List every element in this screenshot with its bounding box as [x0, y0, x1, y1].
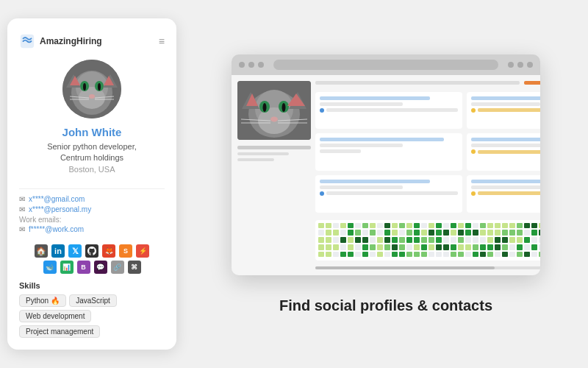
github-heatmap [315, 220, 540, 261]
heatmap-cell [487, 252, 493, 258]
heatmap-cell [451, 230, 456, 236]
heatmap-cell [509, 252, 515, 258]
heatmap-col [429, 223, 434, 258]
heatmap-cell [495, 223, 501, 229]
heatmap-col [502, 223, 508, 258]
browser-content [232, 75, 540, 275]
content-card-2 [467, 92, 540, 130]
svg-point-9 [89, 94, 95, 99]
heatmap-cell [333, 237, 339, 243]
gitlab-icon[interactable]: 🦊 [102, 244, 115, 258]
heatmap-cell [502, 230, 508, 236]
power-icon[interactable]: ⚡ [136, 244, 149, 258]
heatmap-cell [531, 223, 537, 229]
content-card-5 [315, 175, 462, 213]
heatmap-cell [495, 237, 501, 243]
heatmap-cell [362, 252, 368, 258]
heatmap-cell [406, 252, 412, 258]
linkedin-icon[interactable]: in [51, 244, 65, 258]
heatmap-cell [531, 237, 537, 243]
link-icon[interactable]: 🔗 [111, 261, 124, 274]
heatmap-cell [406, 230, 412, 236]
scrollbar-thumb [315, 266, 495, 269]
docker-icon[interactable]: 🐋 [43, 261, 57, 274]
heatmap-cell [421, 230, 427, 236]
stackoverflow-icon[interactable]: S [119, 244, 132, 258]
profile-card: AmazingHiring ≡ [7, 18, 176, 350]
heatmap-cell [465, 252, 471, 258]
heatmap-col [348, 223, 354, 258]
divider [19, 188, 165, 189]
heatmap-cell [524, 230, 530, 236]
heatmap-cell [370, 230, 376, 236]
heatmap-col [370, 223, 376, 258]
heatmap-col [326, 223, 331, 258]
heatmap-cell [333, 230, 339, 236]
cmd-icon[interactable]: ⌘ [128, 261, 141, 274]
heatmap-col [451, 223, 456, 258]
heatmap-cell [473, 237, 478, 243]
social-icons-row-2: 🐋 📊 B 💬 🔗 ⌘ [19, 261, 165, 274]
content-card-6 [467, 175, 540, 213]
profile-name: John White [62, 126, 122, 138]
heatmap-col [421, 223, 427, 258]
heatmap-cell [348, 230, 354, 236]
line-16 [471, 180, 540, 183]
profile-bar-1 [237, 146, 311, 149]
hamburger-icon[interactable]: ≡ [159, 35, 165, 47]
email-link-2[interactable]: x****@personal.my [29, 205, 91, 213]
behance-icon[interactable]: B [77, 261, 90, 274]
email-link-1[interactable]: x****@gmail.com [29, 195, 85, 203]
app-name: AmazingHiring [40, 36, 102, 46]
heatmap-col [392, 223, 398, 258]
heatmap-cell [392, 230, 398, 236]
content-grid [315, 92, 540, 213]
heatmap-col [362, 223, 368, 258]
heatmap-cell [465, 244, 471, 250]
heatmap-cell [406, 237, 412, 243]
twitter-icon[interactable]: 𝕏 [68, 244, 82, 258]
heatmap-cell [429, 252, 434, 258]
heatmap-cell [362, 230, 368, 236]
heatmap-cell [326, 252, 331, 258]
line-5 [471, 102, 540, 106]
heatmap-cell [421, 252, 427, 258]
heatmap-cell [384, 230, 390, 236]
line-6 [478, 108, 540, 112]
browser-chrome [232, 54, 540, 75]
email-link-work[interactable]: f*****@work.com [29, 225, 84, 233]
dot-5 [471, 191, 476, 196]
slack-icon[interactable]: 💬 [94, 261, 107, 274]
logo-area: AmazingHiring [19, 33, 102, 49]
avatar [62, 60, 121, 118]
heatmap-cell [502, 252, 508, 258]
skill-project[interactable]: Project management [19, 325, 100, 338]
heatmap-cell [326, 237, 331, 243]
skill-javascript[interactable]: JavaScript [69, 294, 117, 307]
heatmap-cell [406, 223, 412, 229]
heatmap-cell [443, 223, 449, 229]
svg-point-24 [263, 103, 267, 112]
heatmap-cell [487, 237, 493, 243]
heatmap-cell [436, 237, 442, 243]
heatmap-cell [318, 244, 324, 250]
github-icon[interactable] [85, 244, 98, 258]
profile-title: Senior python developer, Centrum holding… [47, 141, 137, 164]
home-icon[interactable]: 🏠 [35, 244, 48, 258]
skill-python[interactable]: Python 🔥 [19, 294, 66, 307]
heatmap-cell [487, 230, 493, 236]
work-email-label: Work emails: [19, 216, 165, 224]
heatmap-cell [326, 223, 331, 229]
heatmap-cell [495, 230, 501, 236]
chart-icon[interactable]: 📊 [60, 261, 74, 274]
line-17 [471, 185, 540, 189]
right-side: Find social profiles & contacts [191, 54, 581, 314]
line-7 [320, 138, 444, 141]
heatmap-cell [414, 252, 420, 258]
skill-web[interactable]: Web development [19, 310, 91, 322]
heatmap-cell [480, 244, 486, 250]
heatmap-cell [384, 244, 390, 250]
heatmap-cell [370, 223, 376, 229]
heatmap-cell [502, 244, 508, 250]
heatmap-cell [517, 230, 523, 236]
